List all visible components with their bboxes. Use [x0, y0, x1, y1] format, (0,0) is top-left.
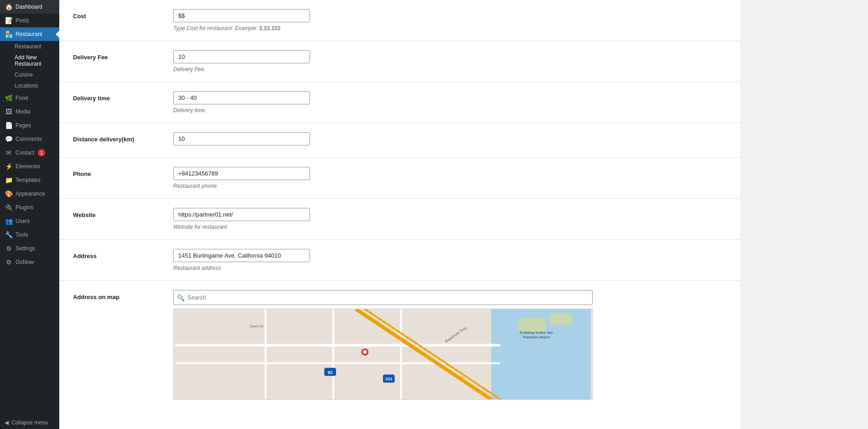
delivery-fee-hint: Delivery Fee. — [173, 66, 727, 72]
elementor-icon: ⚡ — [5, 163, 13, 170]
svg-text:101: 101 — [385, 376, 393, 381]
distance-delivery-input[interactable] — [173, 132, 310, 145]
cost-label: Cost — [73, 9, 164, 20]
svg-text:82: 82 — [328, 370, 333, 375]
comments-icon: 💬 — [5, 135, 13, 143]
contact-icon: ✉ — [5, 149, 13, 156]
sidebar-item-templates-label: Templates — [16, 177, 41, 183]
delivery-fee-section: Delivery Fee Delivery Fee. — [59, 41, 740, 82]
sidebar-item-contact[interactable]: ✉ Contact 1 — [0, 146, 59, 160]
delivery-time-field: Delivery time. — [173, 91, 727, 114]
address-on-map-label: Address on map — [73, 290, 164, 300]
svg-text:Francisco Airport: Francisco Airport — [523, 335, 550, 339]
delivery-time-section: Delivery time Delivery time. — [59, 82, 740, 123]
sidebar-item-users[interactable]: 👥 Users — [0, 214, 59, 228]
website-hint: Website for restaurant — [173, 224, 727, 230]
restaurant-submenu: Restaurant Add New Restaurant Cuisine Lo… — [0, 41, 59, 91]
sidebar-item-pages[interactable]: 📄 Pages — [0, 119, 59, 132]
distance-delivery-field — [173, 132, 727, 148]
delivery-time-input[interactable] — [173, 91, 310, 104]
address-on-map-field: 🔍 — [173, 290, 727, 400]
media-icon: 🖼 — [5, 108, 13, 115]
sidebar-item-settings[interactable]: ⚙ Settings — [0, 242, 59, 255]
distance-delivery-label: Distance delivery(km) — [73, 132, 164, 143]
sidebar-item-users-label: Users — [16, 218, 30, 224]
sidebar-item-restaurant-label: Restaurant — [16, 31, 42, 37]
map-search-icon: 🔍 — [177, 294, 185, 301]
cost-field: Type Cost for restaurant: Example: $,$$,… — [173, 9, 727, 31]
website-section: Website Website for restaurant — [59, 199, 740, 240]
plugins-icon: 🔌 — [5, 204, 13, 211]
submenu-add-new-restaurant[interactable]: Add New Restaurant — [0, 52, 59, 69]
sidebar-item-templates[interactable]: 📁 Templates — [0, 173, 59, 187]
svg-text:Davis Dr: Davis Dr — [250, 324, 264, 328]
cost-hint: Type Cost for restaurant: Example: $,$$,… — [173, 25, 727, 31]
collapse-label: Collapse menu — [11, 419, 48, 426]
svg-rect-11 — [518, 318, 545, 332]
restaurant-icon: 🏪 — [5, 31, 13, 38]
sidebar-item-posts-label: Posts — [16, 17, 29, 24]
submenu-restaurant[interactable]: Restaurant — [0, 41, 59, 52]
sidebar-item-tools-label: Tools — [16, 232, 28, 238]
sidebar-item-gonow[interactable]: ⚙ GoNow — [0, 255, 59, 269]
templates-icon: 📁 — [5, 176, 13, 184]
sidebar-item-plugins[interactable]: 🔌 Plugins — [0, 201, 59, 214]
sidebar-item-appearance[interactable]: 🎨 Appearance — [0, 187, 59, 201]
address-input[interactable] — [173, 249, 310, 262]
collapse-icon: ◀ — [5, 419, 9, 426]
address-on-map-section: Address on map 🔍 — [59, 281, 740, 409]
website-label: Website — [73, 208, 164, 218]
delivery-fee-field: Delivery Fee. — [173, 50, 727, 72]
sidebar-item-comments[interactable]: 💬 Comments — [0, 132, 59, 146]
phone-section: Phone Restaurant phone — [59, 158, 740, 199]
phone-field: Restaurant phone — [173, 167, 727, 189]
map-search-wrap: 🔍 — [173, 290, 593, 305]
sidebar-item-gonow-label: GoNow — [16, 259, 34, 265]
right-panel — [740, 0, 868, 429]
restaurant-active-arrow — [56, 31, 59, 38]
website-input[interactable] — [173, 208, 310, 221]
sidebar-item-media[interactable]: 🖼 Media — [0, 105, 59, 119]
map-container[interactable]: 101 82 Embassy Suites San Francisco Airp… — [173, 309, 593, 400]
posts-icon: 📝 — [5, 17, 13, 24]
svg-point-18 — [363, 350, 367, 354]
gonow-icon: ⚙ — [5, 258, 13, 266]
sidebar-item-tools[interactable]: 🔧 Tools — [0, 228, 59, 242]
sidebar-item-dashboard[interactable]: 🏠 Dashboard — [0, 0, 59, 14]
phone-label: Phone — [73, 167, 164, 177]
map-svg: 101 82 Embassy Suites San Francisco Airp… — [174, 309, 592, 399]
users-icon: 👥 — [5, 217, 13, 225]
sidebar-item-pages-label: Pages — [16, 122, 31, 129]
delivery-fee-input[interactable] — [173, 50, 310, 63]
sidebar: 🏠 Dashboard 📝 Posts 🏪 Restaurant Restaur… — [0, 0, 59, 429]
cost-section: Cost Type Cost for restaurant: Example: … — [59, 0, 740, 41]
svg-text:Embassy Suites San: Embassy Suites San — [520, 331, 553, 335]
submenu-locations[interactable]: Locations — [0, 80, 59, 91]
delivery-time-hint: Delivery time. — [173, 107, 727, 114]
sidebar-item-food[interactable]: 🌿 Food — [0, 91, 59, 105]
svg-rect-12 — [550, 314, 573, 325]
address-label: Address — [73, 249, 164, 259]
sidebar-item-dashboard-label: Dashboard — [16, 4, 42, 10]
settings-icon: ⚙ — [5, 245, 13, 252]
main-content: Cost Type Cost for restaurant: Example: … — [59, 0, 740, 429]
sidebar-item-plugins-label: Plugins — [16, 204, 33, 211]
food-icon: 🌿 — [5, 94, 13, 102]
submenu-cuisine[interactable]: Cuisine — [0, 69, 59, 80]
sidebar-item-comments-label: Comments — [16, 136, 42, 142]
website-field: Website for restaurant — [173, 208, 727, 230]
sidebar-item-media-label: Media — [16, 109, 31, 115]
sidebar-item-posts[interactable]: 📝 Posts — [0, 14, 59, 27]
map-search-input[interactable] — [173, 290, 593, 305]
phone-input[interactable] — [173, 167, 310, 180]
sidebar-item-contact-label: Contact — [16, 150, 34, 156]
appearance-icon: 🎨 — [5, 190, 13, 197]
collapse-menu[interactable]: ◀ Collapse menu — [0, 416, 59, 429]
sidebar-item-elementor[interactable]: ⚡ Elementor — [0, 160, 59, 173]
address-hint: Restaurant address — [173, 265, 727, 271]
address-section: Address Restaurant address — [59, 240, 740, 281]
phone-hint: Restaurant phone — [173, 183, 727, 189]
sidebar-item-restaurant[interactable]: 🏪 Restaurant — [0, 27, 59, 41]
delivery-fee-label: Delivery Fee — [73, 50, 164, 61]
cost-input[interactable] — [173, 9, 310, 22]
